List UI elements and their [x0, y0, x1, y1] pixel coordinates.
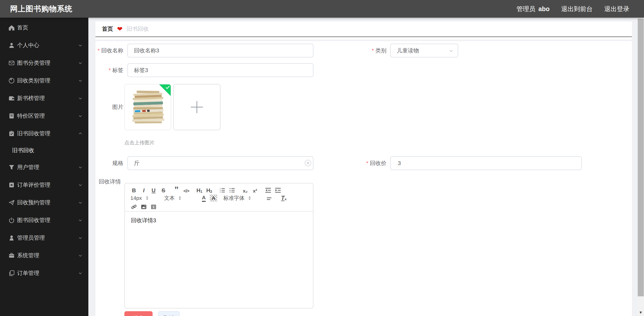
outdent-icon[interactable] — [265, 186, 272, 193]
top-bar-right: 管理员 abo 退出到前台 退出登录 — [517, 5, 644, 13]
image-icon[interactable] — [140, 202, 147, 210]
font-size-picker[interactable]: 14px — [130, 195, 157, 201]
breadcrumb-home[interactable]: 首页 — [102, 25, 113, 33]
mail-icon — [8, 60, 15, 66]
chevron-down-icon — [78, 253, 83, 258]
clear-format-button[interactable]: T× — [281, 195, 287, 202]
wallet-icon — [8, 95, 15, 102]
price-input[interactable] — [390, 156, 582, 170]
heart-icon: ❤ — [117, 26, 123, 32]
logout-link[interactable]: 退出登录 — [604, 5, 629, 13]
briefcase-icon — [8, 252, 15, 259]
bullet-list-icon[interactable] — [229, 186, 236, 193]
chevron-down-icon — [78, 218, 83, 223]
sidebar-item-order-review-mgmt[interactable]: 订单评价管理 — [0, 176, 88, 194]
recycle-name-input[interactable] — [127, 44, 313, 57]
check-icon — [165, 85, 170, 89]
page: { "app": { "title": "网上图书购物系统" }, "heade… — [0, 0, 644, 316]
underline-button[interactable]: U — [150, 186, 157, 193]
recycle-form-card: *回收名称 *类别 儿童读物 *标签 图片 — [95, 41, 632, 316]
svg-text:1: 1 — [220, 188, 221, 189]
user-name: abo — [539, 5, 550, 13]
category-select[interactable]: 儿童读物 — [390, 44, 458, 57]
cancel-button[interactable]: 取消 — [158, 311, 180, 316]
sidebar-subitem-old-book-recycle[interactable]: 旧书回收 — [0, 142, 88, 159]
scrollbar-down-arrow[interactable]: ▼ — [637, 310, 644, 314]
tag-label: *标签 — [95, 63, 123, 77]
sidebar-item-book-category[interactable]: 图书分类管理 — [0, 54, 88, 72]
chevron-down-icon — [78, 271, 83, 276]
heading2-button[interactable]: H2 — [206, 186, 213, 193]
code-block-button[interactable]: </> — [183, 186, 190, 193]
required-asterisk: * — [366, 160, 368, 166]
sidebar-item-book-recycle-mgmt[interactable]: 图书回收管理 — [0, 211, 88, 229]
font-family-picker[interactable]: 标准字体 — [223, 195, 260, 202]
sidebar-item-user-mgmt[interactable]: 用户管理 — [0, 159, 88, 176]
tag-input[interactable] — [127, 63, 313, 77]
chevron-down-icon — [78, 200, 83, 205]
spec-label: 规格 — [95, 156, 123, 170]
sidebar-item-new-book-rank[interactable]: 新书榜管理 — [0, 89, 88, 107]
link-icon[interactable] — [130, 202, 137, 210]
breadcrumb-current: 旧书回收 — [127, 25, 149, 33]
strikethrough-button[interactable]: S — [160, 186, 167, 193]
submit-button[interactable]: 提交 — [124, 311, 153, 316]
upload-image-button[interactable] — [173, 84, 221, 130]
required-asterisk: * — [109, 67, 111, 73]
chevron-up-icon — [78, 131, 83, 136]
sidebar-item-personal-center[interactable]: 个人中心 — [0, 37, 88, 54]
chevron-down-icon — [78, 113, 83, 118]
chevron-down-icon — [78, 78, 83, 83]
filter-icon — [8, 164, 15, 171]
blockquote-button[interactable]: ” — [173, 186, 180, 193]
sidebar: 首页 个人中心 图书分类管理 回收类别管理 新书榜管理 — [0, 18, 88, 316]
image-label: 图片 — [95, 84, 123, 130]
picker-arrows-icon — [146, 196, 149, 201]
indent-icon[interactable] — [274, 186, 281, 193]
price-label: *回收价 — [337, 156, 386, 170]
italic-button[interactable]: I — [140, 186, 147, 193]
ordered-list-icon[interactable]: 123 — [219, 186, 226, 193]
text-style-picker[interactable]: 文本 — [164, 195, 194, 202]
orders-icon — [8, 270, 15, 276]
back-to-front-link[interactable]: 退出到前台 — [561, 5, 593, 13]
svg-text:3: 3 — [220, 191, 221, 193]
detail-label: 回收详情 — [95, 177, 121, 187]
sidebar-item-old-book-recycle-mgmt[interactable]: 旧书回收管理 — [0, 125, 88, 142]
subscript-button[interactable]: x₂ — [242, 186, 249, 193]
uploaded-image-thumbnail[interactable] — [124, 84, 171, 130]
clipboard-check-icon — [8, 130, 15, 137]
category-selected-value: 儿童读物 — [397, 47, 419, 54]
chevron-down-icon — [449, 48, 454, 53]
background-color-button[interactable]: A — [210, 195, 217, 202]
editor-content[interactable]: 回收详情3 — [125, 212, 313, 308]
breadcrumb-divider — [95, 37, 632, 37]
spec-input[interactable] — [127, 156, 313, 170]
sidebar-item-recycle-reservation[interactable]: 回收预约管理 — [0, 194, 88, 211]
scrollbar-thumb[interactable] — [638, 19, 644, 296]
recycle-name-label: *回收名称 — [95, 44, 123, 57]
vertical-scrollbar[interactable]: ▼ — [637, 18, 644, 316]
sidebar-item-recycle-category[interactable]: 回收类别管理 — [0, 72, 88, 89]
app-title: 网上图书购物系统 — [0, 4, 73, 14]
sidebar-item-home[interactable]: 首页 — [0, 19, 88, 37]
video-icon[interactable] — [150, 202, 157, 210]
text-color-button[interactable]: A — [202, 195, 206, 202]
admin-user-icon — [8, 235, 15, 241]
clipboard-x-icon — [8, 182, 15, 188]
heading1-button[interactable]: H1 — [196, 186, 203, 193]
bold-button[interactable]: B — [130, 186, 137, 193]
align-icon[interactable] — [266, 194, 273, 202]
user-role: 管理员 — [517, 5, 535, 13]
sidebar-item-special-price[interactable]: 特价区管理 — [0, 107, 88, 125]
user-icon — [8, 42, 15, 49]
required-asterisk: * — [372, 47, 374, 54]
required-asterisk: * — [97, 47, 100, 54]
sidebar-item-order-mgmt[interactable]: 订单管理 — [0, 264, 88, 282]
current-user: 管理员 abo — [517, 5, 550, 13]
sidebar-item-system-mgmt[interactable]: 系统管理 — [0, 247, 88, 264]
breadcrumb: 首页 ❤ 旧书回收 — [95, 21, 632, 37]
chevron-down-icon — [78, 43, 83, 48]
superscript-button[interactable]: x² — [252, 186, 259, 193]
sidebar-item-admin-mgmt[interactable]: 管理员管理 — [0, 229, 88, 247]
